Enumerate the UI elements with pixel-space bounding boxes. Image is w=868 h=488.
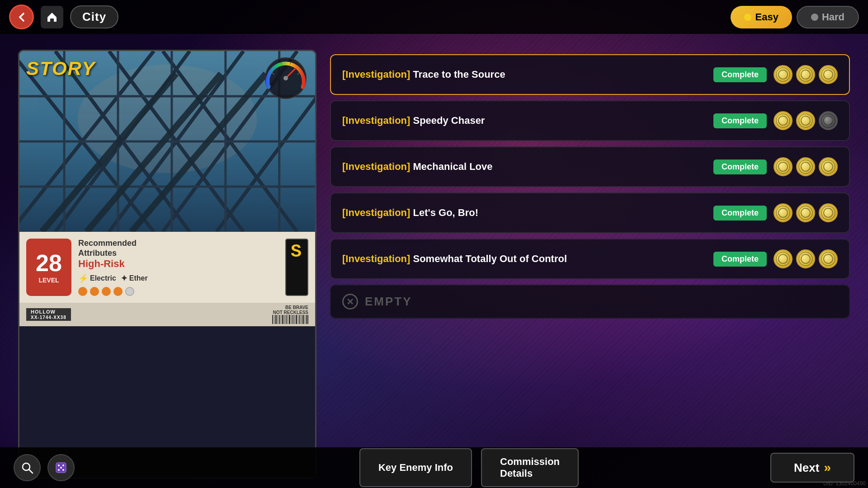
svg-point-58: [62, 465, 64, 466]
star-coins-3: [774, 203, 838, 222]
complete-badge-2: Complete: [713, 160, 767, 174]
mission-item-4[interactable]: [Investigation] Somewhat Totally Out of …: [330, 239, 850, 279]
level-number: 28: [36, 251, 62, 275]
bottom-bar: Key Enemy Info Commission Details Next »…: [0, 447, 868, 488]
svg-rect-37: [281, 315, 281, 324]
star-coins-2: [774, 157, 838, 176]
difficulty-group: Easy Hard: [731, 6, 859, 28]
main-content: STORY: [0, 41, 868, 488]
key-enemy-button[interactable]: Key Enemy Info: [359, 448, 472, 487]
svg-rect-43: [291, 315, 292, 324]
svg-point-59: [58, 469, 60, 471]
story-card: STORY: [18, 50, 316, 479]
mission-item-1[interactable]: [Investigation] Speedy Chaser Complete: [330, 100, 850, 141]
home-button[interactable]: [41, 6, 63, 28]
mission-right-3: Complete: [713, 203, 838, 222]
easy-dot: [744, 14, 751, 21]
mission-right-4: Complete: [713, 249, 838, 268]
complete-badge-3: Complete: [713, 206, 767, 221]
dot-3: [102, 287, 111, 296]
svg-rect-46: [296, 315, 297, 324]
svg-point-25: [283, 76, 288, 80]
bottom-center-buttons: Key Enemy Info Commission Details: [84, 448, 854, 487]
svg-point-60: [62, 469, 64, 471]
svg-point-57: [58, 465, 60, 466]
back-button[interactable]: [9, 5, 34, 29]
next-label: Next: [794, 461, 819, 475]
coin-0-1: [796, 65, 815, 84]
key-enemy-label: Key Enemy Info: [378, 462, 453, 474]
location-text: City: [82, 10, 106, 24]
easy-label: Easy: [755, 11, 778, 23]
svg-rect-49: [301, 315, 302, 324]
mission-title-0: [Investigation] Trace to the Source: [342, 68, 505, 81]
mission-title-2: [Investigation] Mechanical Love: [342, 160, 493, 174]
svg-rect-34: [275, 315, 277, 324]
hollow-badge: HOLLOW XX-1744-XX38: [26, 308, 71, 321]
elements-row: ⚡ Electric ✦ Ether: [78, 273, 278, 283]
svg-rect-50: [302, 315, 304, 324]
empty-slot: ✕ EMPTY: [330, 285, 850, 319]
mission-list: [Investigation] Trace to the Source Comp…: [330, 50, 850, 479]
recommended-title: Recommended Attributes: [78, 239, 278, 258]
svg-rect-39: [284, 315, 285, 324]
hard-button[interactable]: Hard: [797, 6, 859, 28]
mission-item-2[interactable]: [Investigation] Mechanical Love Complete: [330, 146, 850, 187]
svg-rect-36: [279, 315, 280, 324]
level-label: LEVEL: [38, 277, 59, 284]
coin-0-2: [819, 65, 838, 84]
coin-2-0: [774, 157, 793, 176]
hard-label: Hard: [822, 11, 844, 23]
card-info: 28 LEVEL Recommended Attributes High-Ris…: [19, 232, 315, 303]
easy-button[interactable]: Easy: [731, 6, 792, 28]
svg-rect-40: [286, 315, 287, 324]
electric-icon: ⚡: [78, 273, 88, 283]
coin-2-2: [819, 157, 838, 176]
dice-button[interactable]: [47, 454, 75, 481]
empty-x-icon: ✕: [342, 294, 358, 310]
attributes-section: Recommended Attributes High-Risk ⚡ Elect…: [71, 239, 285, 296]
complete-badge-1: Complete: [713, 113, 767, 128]
coin-4-2: [819, 249, 838, 268]
coin-1-2: [819, 111, 838, 130]
coin-3-1: [796, 203, 815, 222]
coin-0-0: [774, 65, 793, 84]
location-pill: City: [70, 5, 118, 28]
mission-right-1: Complete: [713, 111, 838, 130]
star-coins-1: [774, 111, 838, 130]
svg-rect-38: [282, 315, 283, 324]
star-coins-0: [774, 65, 838, 84]
mission-title-4: [Investigation] Somewhat Totally Out of …: [342, 253, 567, 266]
top-bar: City Easy Hard: [0, 0, 868, 34]
svg-rect-42: [289, 315, 290, 324]
mission-right-0: Complete: [713, 65, 838, 84]
empty-text: EMPTY: [365, 295, 412, 309]
svg-rect-51: [305, 315, 305, 324]
star-coins-4: [774, 249, 838, 268]
svg-rect-45: [294, 315, 295, 324]
uid-text: UID: 1302400490: [823, 480, 866, 487]
coin-3-0: [774, 203, 793, 222]
complete-badge-0: Complete: [713, 67, 767, 82]
coin-4-1: [796, 249, 815, 268]
search-button[interactable]: [14, 454, 41, 481]
mission-right-2: Complete: [713, 157, 838, 176]
mission-item-0[interactable]: [Investigation] Trace to the Source Comp…: [330, 54, 850, 95]
svg-rect-35: [278, 315, 278, 324]
element-electric: ⚡ Electric: [78, 273, 116, 283]
story-image: STORY: [19, 51, 315, 232]
mission-title-1: [Investigation] Speedy Chaser: [342, 114, 485, 127]
mission-item-3[interactable]: [Investigation] Let's Go, Bro! Complete: [330, 192, 850, 233]
dot-4: [113, 287, 123, 296]
svg-rect-44: [292, 315, 293, 324]
dot-1: [78, 287, 87, 296]
bottom-left-icons: [14, 454, 75, 481]
svg-line-55: [29, 469, 33, 473]
next-button[interactable]: Next »: [770, 453, 854, 483]
svg-rect-48: [299, 315, 300, 324]
gauge-widget: [263, 56, 308, 101]
level-box: 28 LEVEL: [26, 239, 71, 296]
card-footer: HOLLOW XX-1744-XX38 BE BRAVE NOT RECKLES…: [19, 303, 315, 326]
coin-3-2: [819, 203, 838, 222]
commission-details-button[interactable]: Commission Details: [481, 448, 579, 487]
